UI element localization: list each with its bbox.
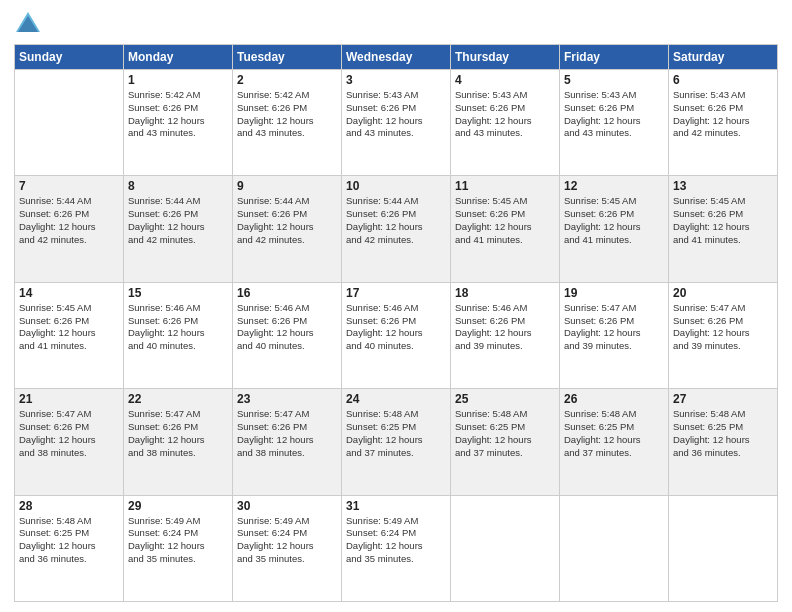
calendar-day-cell bbox=[560, 495, 669, 601]
calendar-day-cell: 22Sunrise: 5:47 AM Sunset: 6:26 PM Dayli… bbox=[124, 389, 233, 495]
calendar-day-cell: 9Sunrise: 5:44 AM Sunset: 6:26 PM Daylig… bbox=[233, 176, 342, 282]
day-info: Sunrise: 5:45 AM Sunset: 6:26 PM Dayligh… bbox=[673, 195, 773, 246]
day-info: Sunrise: 5:46 AM Sunset: 6:26 PM Dayligh… bbox=[237, 302, 337, 353]
calendar-day-cell bbox=[451, 495, 560, 601]
page: SundayMondayTuesdayWednesdayThursdayFrid… bbox=[0, 0, 792, 612]
day-info: Sunrise: 5:48 AM Sunset: 6:25 PM Dayligh… bbox=[19, 515, 119, 566]
calendar-day-cell: 8Sunrise: 5:44 AM Sunset: 6:26 PM Daylig… bbox=[124, 176, 233, 282]
calendar-day-cell: 29Sunrise: 5:49 AM Sunset: 6:24 PM Dayli… bbox=[124, 495, 233, 601]
day-info: Sunrise: 5:46 AM Sunset: 6:26 PM Dayligh… bbox=[128, 302, 228, 353]
weekday-header: Friday bbox=[560, 45, 669, 70]
calendar-day-cell: 11Sunrise: 5:45 AM Sunset: 6:26 PM Dayli… bbox=[451, 176, 560, 282]
day-number: 30 bbox=[237, 499, 337, 513]
calendar-week-row: 7Sunrise: 5:44 AM Sunset: 6:26 PM Daylig… bbox=[15, 176, 778, 282]
calendar-header-row: SundayMondayTuesdayWednesdayThursdayFrid… bbox=[15, 45, 778, 70]
calendar-day-cell: 10Sunrise: 5:44 AM Sunset: 6:26 PM Dayli… bbox=[342, 176, 451, 282]
day-info: Sunrise: 5:47 AM Sunset: 6:26 PM Dayligh… bbox=[237, 408, 337, 459]
day-info: Sunrise: 5:43 AM Sunset: 6:26 PM Dayligh… bbox=[564, 89, 664, 140]
day-info: Sunrise: 5:45 AM Sunset: 6:26 PM Dayligh… bbox=[564, 195, 664, 246]
day-number: 4 bbox=[455, 73, 555, 87]
day-number: 1 bbox=[128, 73, 228, 87]
calendar-day-cell: 24Sunrise: 5:48 AM Sunset: 6:25 PM Dayli… bbox=[342, 389, 451, 495]
day-number: 16 bbox=[237, 286, 337, 300]
day-number: 9 bbox=[237, 179, 337, 193]
day-number: 24 bbox=[346, 392, 446, 406]
calendar-day-cell: 21Sunrise: 5:47 AM Sunset: 6:26 PM Dayli… bbox=[15, 389, 124, 495]
weekday-header: Saturday bbox=[669, 45, 778, 70]
calendar-day-cell: 30Sunrise: 5:49 AM Sunset: 6:24 PM Dayli… bbox=[233, 495, 342, 601]
day-number: 29 bbox=[128, 499, 228, 513]
calendar-day-cell: 5Sunrise: 5:43 AM Sunset: 6:26 PM Daylig… bbox=[560, 70, 669, 176]
logo-icon bbox=[14, 10, 42, 38]
day-number: 12 bbox=[564, 179, 664, 193]
day-info: Sunrise: 5:46 AM Sunset: 6:26 PM Dayligh… bbox=[455, 302, 555, 353]
weekday-header: Sunday bbox=[15, 45, 124, 70]
calendar-day-cell: 7Sunrise: 5:44 AM Sunset: 6:26 PM Daylig… bbox=[15, 176, 124, 282]
day-number: 13 bbox=[673, 179, 773, 193]
calendar-day-cell: 17Sunrise: 5:46 AM Sunset: 6:26 PM Dayli… bbox=[342, 282, 451, 388]
calendar-day-cell: 27Sunrise: 5:48 AM Sunset: 6:25 PM Dayli… bbox=[669, 389, 778, 495]
day-info: Sunrise: 5:42 AM Sunset: 6:26 PM Dayligh… bbox=[237, 89, 337, 140]
calendar-day-cell: 3Sunrise: 5:43 AM Sunset: 6:26 PM Daylig… bbox=[342, 70, 451, 176]
calendar-week-row: 1Sunrise: 5:42 AM Sunset: 6:26 PM Daylig… bbox=[15, 70, 778, 176]
header bbox=[14, 10, 778, 38]
day-number: 17 bbox=[346, 286, 446, 300]
weekday-header: Tuesday bbox=[233, 45, 342, 70]
calendar-day-cell: 26Sunrise: 5:48 AM Sunset: 6:25 PM Dayli… bbox=[560, 389, 669, 495]
calendar-day-cell: 14Sunrise: 5:45 AM Sunset: 6:26 PM Dayli… bbox=[15, 282, 124, 388]
weekday-header: Wednesday bbox=[342, 45, 451, 70]
calendar-day-cell: 4Sunrise: 5:43 AM Sunset: 6:26 PM Daylig… bbox=[451, 70, 560, 176]
calendar-day-cell: 28Sunrise: 5:48 AM Sunset: 6:25 PM Dayli… bbox=[15, 495, 124, 601]
day-info: Sunrise: 5:49 AM Sunset: 6:24 PM Dayligh… bbox=[346, 515, 446, 566]
calendar-day-cell: 18Sunrise: 5:46 AM Sunset: 6:26 PM Dayli… bbox=[451, 282, 560, 388]
calendar-week-row: 21Sunrise: 5:47 AM Sunset: 6:26 PM Dayli… bbox=[15, 389, 778, 495]
calendar-day-cell bbox=[15, 70, 124, 176]
day-info: Sunrise: 5:47 AM Sunset: 6:26 PM Dayligh… bbox=[19, 408, 119, 459]
calendar-day-cell: 6Sunrise: 5:43 AM Sunset: 6:26 PM Daylig… bbox=[669, 70, 778, 176]
calendar-day-cell: 23Sunrise: 5:47 AM Sunset: 6:26 PM Dayli… bbox=[233, 389, 342, 495]
calendar-day-cell: 16Sunrise: 5:46 AM Sunset: 6:26 PM Dayli… bbox=[233, 282, 342, 388]
day-info: Sunrise: 5:44 AM Sunset: 6:26 PM Dayligh… bbox=[346, 195, 446, 246]
day-number: 15 bbox=[128, 286, 228, 300]
day-number: 10 bbox=[346, 179, 446, 193]
calendar-table: SundayMondayTuesdayWednesdayThursdayFrid… bbox=[14, 44, 778, 602]
calendar-week-row: 28Sunrise: 5:48 AM Sunset: 6:25 PM Dayli… bbox=[15, 495, 778, 601]
weekday-header: Thursday bbox=[451, 45, 560, 70]
calendar-day-cell: 25Sunrise: 5:48 AM Sunset: 6:25 PM Dayli… bbox=[451, 389, 560, 495]
day-number: 23 bbox=[237, 392, 337, 406]
day-info: Sunrise: 5:49 AM Sunset: 6:24 PM Dayligh… bbox=[128, 515, 228, 566]
calendar-day-cell bbox=[669, 495, 778, 601]
day-number: 19 bbox=[564, 286, 664, 300]
day-number: 26 bbox=[564, 392, 664, 406]
day-number: 7 bbox=[19, 179, 119, 193]
day-number: 25 bbox=[455, 392, 555, 406]
day-number: 27 bbox=[673, 392, 773, 406]
calendar-week-row: 14Sunrise: 5:45 AM Sunset: 6:26 PM Dayli… bbox=[15, 282, 778, 388]
day-info: Sunrise: 5:44 AM Sunset: 6:26 PM Dayligh… bbox=[19, 195, 119, 246]
day-info: Sunrise: 5:45 AM Sunset: 6:26 PM Dayligh… bbox=[455, 195, 555, 246]
logo bbox=[14, 10, 44, 38]
day-info: Sunrise: 5:43 AM Sunset: 6:26 PM Dayligh… bbox=[346, 89, 446, 140]
day-info: Sunrise: 5:48 AM Sunset: 6:25 PM Dayligh… bbox=[564, 408, 664, 459]
day-info: Sunrise: 5:47 AM Sunset: 6:26 PM Dayligh… bbox=[128, 408, 228, 459]
day-info: Sunrise: 5:47 AM Sunset: 6:26 PM Dayligh… bbox=[564, 302, 664, 353]
day-number: 22 bbox=[128, 392, 228, 406]
day-number: 14 bbox=[19, 286, 119, 300]
day-info: Sunrise: 5:48 AM Sunset: 6:25 PM Dayligh… bbox=[455, 408, 555, 459]
day-number: 20 bbox=[673, 286, 773, 300]
day-number: 31 bbox=[346, 499, 446, 513]
calendar-day-cell: 12Sunrise: 5:45 AM Sunset: 6:26 PM Dayli… bbox=[560, 176, 669, 282]
day-info: Sunrise: 5:47 AM Sunset: 6:26 PM Dayligh… bbox=[673, 302, 773, 353]
day-number: 11 bbox=[455, 179, 555, 193]
calendar-day-cell: 15Sunrise: 5:46 AM Sunset: 6:26 PM Dayli… bbox=[124, 282, 233, 388]
day-number: 3 bbox=[346, 73, 446, 87]
day-info: Sunrise: 5:44 AM Sunset: 6:26 PM Dayligh… bbox=[237, 195, 337, 246]
calendar-day-cell: 31Sunrise: 5:49 AM Sunset: 6:24 PM Dayli… bbox=[342, 495, 451, 601]
day-info: Sunrise: 5:43 AM Sunset: 6:26 PM Dayligh… bbox=[455, 89, 555, 140]
day-info: Sunrise: 5:42 AM Sunset: 6:26 PM Dayligh… bbox=[128, 89, 228, 140]
day-info: Sunrise: 5:49 AM Sunset: 6:24 PM Dayligh… bbox=[237, 515, 337, 566]
calendar-day-cell: 19Sunrise: 5:47 AM Sunset: 6:26 PM Dayli… bbox=[560, 282, 669, 388]
weekday-header: Monday bbox=[124, 45, 233, 70]
day-number: 18 bbox=[455, 286, 555, 300]
day-info: Sunrise: 5:48 AM Sunset: 6:25 PM Dayligh… bbox=[673, 408, 773, 459]
